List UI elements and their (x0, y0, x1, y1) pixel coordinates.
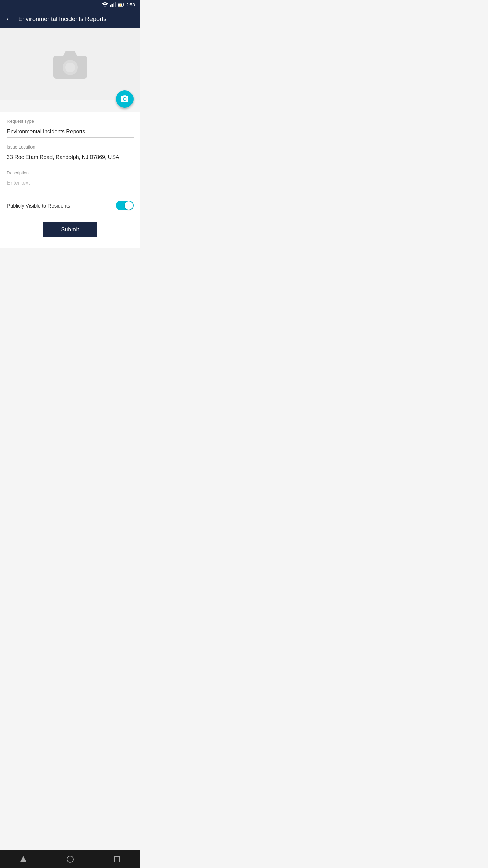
submit-button[interactable]: Submit (43, 222, 97, 237)
svg-rect-3 (113, 3, 114, 7)
issue-location-input (7, 152, 134, 163)
camera-placeholder-icon (52, 49, 89, 79)
svg-rect-4 (115, 2, 116, 7)
wifi-icon (102, 2, 108, 7)
svg-rect-2 (111, 4, 113, 7)
request-type-label: Request Type (7, 119, 134, 124)
status-bar: ⚡ 2:50 (0, 0, 140, 9)
description-group: Description (7, 170, 134, 189)
svg-text:⚡: ⚡ (119, 4, 122, 7)
fab-camera-icon (120, 95, 129, 103)
svg-point-0 (104, 6, 105, 7)
publicly-visible-toggle[interactable] (116, 201, 134, 210)
request-type-input (7, 126, 134, 138)
publicly-visible-label: Publicly Visible to Residents (7, 203, 70, 209)
svg-point-12 (65, 63, 75, 72)
toggle-knob (125, 201, 133, 210)
svg-marker-10 (63, 51, 77, 56)
svg-rect-1 (110, 5, 111, 7)
signal-icon (110, 2, 116, 7)
page-title: Environmental Incidents Reports (18, 16, 106, 23)
photo-area (0, 28, 140, 100)
request-type-group: Request Type (7, 119, 134, 138)
description-input[interactable] (7, 177, 134, 189)
status-time: 2:50 (126, 2, 135, 7)
status-icons: ⚡ 2:50 (102, 2, 135, 7)
top-navigation: ← Environmental Incidents Reports (0, 9, 140, 28)
battery-icon: ⚡ (118, 3, 124, 7)
publicly-visible-row: Publicly Visible to Residents (7, 196, 134, 215)
svg-rect-6 (123, 4, 124, 6)
fab-camera-button[interactable] (116, 90, 134, 108)
camera-placeholder (52, 49, 89, 79)
issue-location-label: Issue Location (7, 144, 134, 150)
description-label: Description (7, 170, 134, 175)
form-area: Request Type Issue Location Description … (0, 112, 140, 248)
issue-location-group: Issue Location (7, 144, 134, 163)
back-button[interactable]: ← (5, 15, 13, 23)
